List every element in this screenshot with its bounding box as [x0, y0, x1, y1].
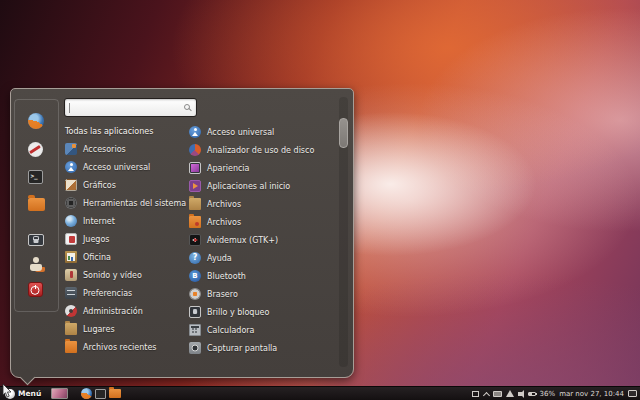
app-label: Brasero: [207, 290, 238, 299]
keyboard-icon[interactable]: [493, 391, 502, 397]
category-label: Internet: [83, 217, 115, 226]
category-label: Preferencias: [83, 289, 132, 298]
lock-screen-button[interactable]: [28, 231, 46, 249]
favorite-terminal[interactable]: [28, 168, 46, 186]
file-manager-launcher-icon[interactable]: [109, 389, 121, 398]
brasero-icon: [189, 288, 201, 300]
category-recent-files[interactable]: Archivos recientes: [65, 338, 187, 356]
app-help[interactable]: Ayuda: [189, 249, 341, 267]
app-bluetooth[interactable]: Bluetooth: [189, 267, 341, 285]
app-label: Analizador de uso de disco: [207, 146, 314, 155]
shutdown-icon: [28, 282, 43, 297]
category-label: Juegos: [83, 235, 110, 244]
terminal-launcher-icon[interactable]: [95, 389, 106, 399]
app-brasero[interactable]: Brasero: [189, 285, 341, 303]
search-input[interactable]: [69, 100, 180, 115]
category-label: Gráficos: [83, 181, 116, 190]
window-tray-icon[interactable]: [472, 391, 479, 397]
universal-access-icon: [65, 161, 77, 173]
input-method-icon[interactable]: [483, 391, 489, 397]
app-label: Brillo y bloqueo: [207, 308, 269, 317]
favorite-file-manager[interactable]: [28, 196, 46, 214]
launchers: [81, 388, 121, 399]
graphics-icon: [65, 179, 77, 191]
startup-applications-icon: [189, 180, 201, 192]
preferences-icon: [65, 287, 77, 299]
menu-button-label: Menú: [18, 389, 41, 398]
app-label: Ayuda: [207, 254, 232, 263]
app-label: Aplicaciones al inicio: [207, 182, 290, 191]
logout-button[interactable]: [28, 256, 46, 274]
app-label: Acceso universal: [207, 128, 274, 137]
app-disk-usage-analyzer[interactable]: Analizador de uso de disco: [189, 141, 341, 159]
applications-menu: Todas las aplicaciones Accesorios Acceso…: [10, 88, 354, 378]
scrollbar-thumb[interactable]: [339, 118, 348, 148]
battery-percent: 36%: [540, 387, 556, 400]
category-internet[interactable]: Internet: [65, 212, 187, 230]
firefox-icon: [28, 113, 44, 129]
sound-video-icon: [65, 269, 77, 281]
applications-column: Acceso universal Analizador de uso de di…: [189, 123, 341, 357]
wifi-icon[interactable]: [506, 390, 514, 397]
battery-icon[interactable]: [528, 392, 536, 396]
calculator-icon: [189, 324, 201, 336]
app-label: Archivos: [207, 218, 241, 227]
file-manager-icon: [28, 198, 45, 211]
system-tools-icon: [65, 197, 77, 209]
app-files[interactable]: Archivos: [189, 195, 341, 213]
category-games[interactable]: Juegos: [65, 230, 187, 248]
mouse-cursor: [2, 384, 13, 398]
app-screenshot[interactable]: Capturar pantalla: [189, 339, 341, 357]
category-office[interactable]: Oficina: [65, 248, 187, 266]
disk-usage-icon: [189, 144, 201, 156]
help-icon: [189, 252, 201, 264]
app-label: Calculadora: [207, 326, 254, 335]
favorites-rail: [14, 99, 59, 312]
internet-icon: [65, 215, 77, 227]
screenshot-icon: [189, 342, 201, 354]
category-label: Lugares: [83, 325, 115, 334]
app-universal-access[interactable]: Acceso universal: [189, 123, 341, 141]
app-brightness-lock[interactable]: Brillo y bloqueo: [189, 303, 341, 321]
favorite-firefox[interactable]: [28, 113, 46, 131]
app-appearance[interactable]: Apariencia: [189, 159, 341, 177]
search-box: [64, 98, 197, 117]
games-icon: [65, 233, 77, 245]
app-avidemux[interactable]: Avidemux (GTK+): [189, 231, 341, 249]
category-label: Archivos recientes: [83, 343, 157, 352]
window-button-image-thumbnail[interactable]: [51, 388, 68, 399]
category-administration[interactable]: Administración: [65, 302, 187, 320]
category-universal-access[interactable]: Acceso universal: [65, 158, 187, 176]
display-tray-icon[interactable]: [628, 390, 637, 397]
category-sound-video[interactable]: Sonido y vídeo: [65, 266, 187, 284]
category-all-applications[interactable]: Todas las aplicaciones: [65, 122, 187, 140]
category-label: Acceso universal: [83, 163, 150, 172]
category-system-tools[interactable]: Herramientas del sistema: [65, 194, 187, 212]
category-label: Herramientas del sistema: [83, 199, 186, 208]
logout-icon: [28, 256, 44, 272]
favorite-system-settings[interactable]: [28, 141, 46, 159]
administration-icon: [65, 305, 77, 317]
bluetooth-icon: [189, 270, 201, 282]
category-label: Sonido y vídeo: [83, 271, 142, 280]
app-label: Apariencia: [207, 164, 249, 173]
category-label: Administración: [83, 307, 143, 316]
volume-icon[interactable]: [518, 392, 522, 396]
clock[interactable]: mar nov 27, 10:44: [559, 387, 624, 400]
files-icon: [189, 198, 201, 210]
firefox-launcher-icon[interactable]: [81, 388, 92, 399]
recent-files-icon: [65, 341, 77, 353]
places-icon: [65, 323, 77, 335]
app-startup-applications[interactable]: Aplicaciones al inicio: [189, 177, 341, 195]
terminal-icon: [28, 170, 43, 184]
desktop: { "colors": { "ubuntu_orange": "#dd4814"…: [0, 0, 640, 400]
category-accessories[interactable]: Accesorios: [65, 140, 187, 158]
avidemux-icon: [189, 234, 201, 246]
shutdown-button[interactable]: [28, 282, 46, 300]
app-files-2[interactable]: Archivos: [189, 213, 341, 231]
category-label: Todas las aplicaciones: [65, 127, 153, 136]
category-places[interactable]: Lugares: [65, 320, 187, 338]
app-calculator[interactable]: Calculadora: [189, 321, 341, 339]
category-graphics[interactable]: Gráficos: [65, 176, 187, 194]
category-preferences[interactable]: Preferencias: [65, 284, 187, 302]
